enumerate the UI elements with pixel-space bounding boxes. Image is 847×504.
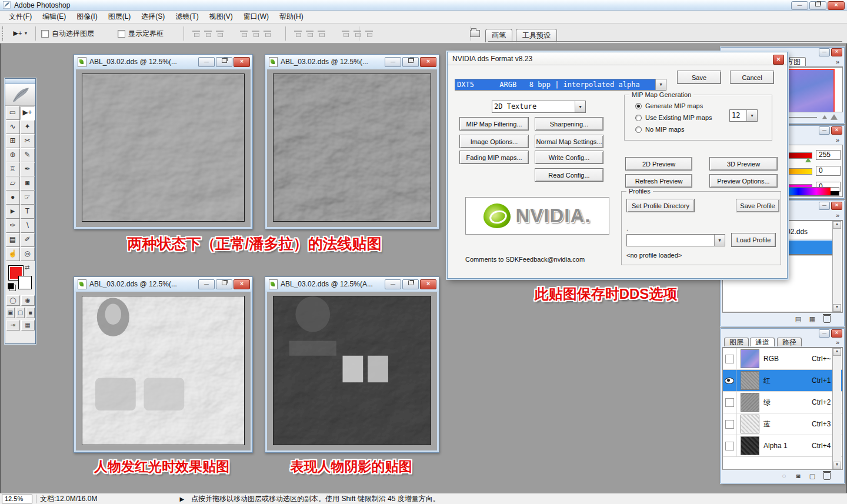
minimize-icon[interactable]: — — [819, 48, 830, 56]
close-icon[interactable]: ✕ — [831, 48, 842, 56]
save-button[interactable]: Save — [677, 71, 721, 84]
cancel-button[interactable]: Cancel — [730, 71, 774, 84]
close-icon[interactable]: ✕ — [831, 126, 842, 135]
tool-blur[interactable]: ● — [6, 191, 20, 205]
app-titlebar[interactable]: Adobe Photoshop — ✕ — [0, 0, 847, 11]
tool-type[interactable]: T — [21, 205, 35, 219]
fullscreen-menubar-icon[interactable]: ▢ — [16, 308, 25, 318]
scroll-up-icon[interactable]: ▲ — [833, 221, 841, 229]
texture-type-dropdown[interactable]: 2D Texture ▼ — [492, 101, 586, 113]
menu-item-view[interactable]: 视图(V) — [204, 11, 238, 23]
save-selection-icon[interactable]: ◙ — [791, 472, 805, 479]
minimize-icon[interactable]: — — [791, 1, 808, 10]
write-config-button[interactable]: Write Config... — [535, 151, 603, 164]
history-scrollbar[interactable]: ▲ ▼ — [832, 221, 841, 312]
distribute-left-icon[interactable] — [341, 29, 351, 38]
imageready-icon[interactable]: ▦ — [21, 320, 35, 331]
close-icon[interactable]: ✕ — [831, 329, 842, 338]
visibility-toggle[interactable] — [723, 370, 736, 391]
minimize-icon[interactable]: — — [385, 57, 401, 67]
channels-scrollbar[interactable]: ▲ ▼ — [832, 348, 841, 469]
tool-line[interactable]: ∖ — [21, 219, 35, 233]
read-config-button[interactable]: Read Config... — [535, 168, 603, 182]
tool-zoom[interactable]: ◎ — [21, 247, 35, 261]
minimize-icon[interactable]: — — [198, 279, 215, 289]
radio-no-mip[interactable]: No MIP maps — [635, 126, 684, 133]
distribute-bottom-icon[interactable] — [316, 29, 326, 38]
tool-paint-bucket[interactable]: ◙ — [21, 176, 35, 191]
channel-row-green[interactable]: 绿 Ctrl+2 — [723, 392, 842, 413]
channel-row-blue[interactable]: 蓝 Ctrl+3 — [723, 413, 842, 435]
menu-item-file[interactable]: 文件(F) — [4, 11, 37, 23]
channel-row-rgb[interactable]: RGB Ctrl+~ — [723, 348, 842, 370]
tool-crop[interactable]: ⊞ — [6, 134, 20, 148]
toolbox-grip[interactable] — [5, 79, 35, 84]
tool-magic-wand[interactable]: ✦ — [21, 120, 35, 134]
tool-move[interactable]: ▶+ — [21, 106, 35, 120]
auto-select-layer-checkbox[interactable]: 自动选择图层 — [41, 29, 94, 39]
close-icon[interactable]: ✕ — [420, 279, 436, 289]
scroll-down-icon[interactable]: ▼ — [833, 462, 841, 469]
normalmap-texture-2[interactable] — [273, 74, 431, 222]
menu-item-select[interactable]: 选择(S) — [136, 11, 170, 23]
visibility-toggle[interactable] — [723, 392, 736, 413]
preview-options-button[interactable]: Preview Options... — [709, 174, 778, 188]
quick-mask-mode-button[interactable]: ◉ — [21, 295, 35, 306]
maximize-icon[interactable] — [216, 279, 232, 289]
new-document-from-state-icon[interactable]: ▤ — [791, 315, 805, 323]
menu-item-layer[interactable]: 图层(L) — [103, 11, 136, 23]
tab-layers[interactable]: 图层 — [724, 338, 749, 346]
format-dropdown[interactable]: DXT5 ARGB 8 bpp | interpolated alpha ▼ — [455, 79, 666, 91]
tool-brush[interactable]: ✎ — [21, 148, 35, 162]
2d-preview-button[interactable]: 2D Preview — [625, 157, 692, 171]
tab-tool-presets[interactable]: 工具预设 — [516, 29, 557, 42]
background-color-swatch[interactable] — [18, 276, 32, 289]
load-selection-icon[interactable]: ◌ — [777, 472, 791, 479]
close-icon[interactable]: ✕ — [831, 202, 842, 210]
panel-chrome[interactable]: — ✕ — [721, 329, 844, 338]
panel-menu-icon[interactable]: » — [836, 136, 839, 143]
menu-item-window[interactable]: 窗口(W) — [238, 11, 274, 23]
zoom-out-icon[interactable] — [822, 115, 827, 119]
show-bounding-box-checkbox[interactable]: 显示定界框 — [118, 29, 164, 39]
tool-rectangular-marquee[interactable]: ▭ — [6, 106, 20, 120]
align-top-icon[interactable] — [191, 29, 201, 38]
tool-slice[interactable]: ✂ — [21, 134, 35, 148]
distribute-vcenter-icon[interactable] — [305, 29, 315, 38]
doc-canvas[interactable] — [267, 69, 437, 227]
new-channel-icon[interactable]: ▢ — [805, 472, 819, 480]
tool-healing-brush[interactable]: ⊕ — [6, 148, 20, 162]
tool-notes[interactable]: ▤ — [6, 233, 20, 247]
doc-canvas[interactable] — [76, 292, 251, 450]
normalmap-texture-1[interactable] — [82, 74, 245, 222]
default-colors-icon[interactable] — [8, 283, 14, 289]
options-grip[interactable] — [2, 26, 5, 41]
tool-lasso[interactable]: ∿ — [6, 120, 20, 134]
distribute-top-icon[interactable] — [293, 29, 303, 38]
fullscreen-icon[interactable]: ■ — [26, 308, 35, 318]
scroll-down-icon[interactable]: ▼ — [833, 304, 841, 312]
mip-map-filtering-button[interactable]: MIP Map Filtering... — [459, 117, 529, 131]
profile-dropdown[interactable]: ▼ — [626, 234, 725, 246]
image-options-button[interactable]: Image Options... — [459, 135, 529, 148]
green-value-input[interactable] — [816, 166, 841, 176]
tool-clone-stamp[interactable]: ♖ — [6, 162, 20, 176]
menu-item-image[interactable]: 图像(I) — [71, 11, 102, 23]
doc-canvas[interactable] — [267, 292, 437, 450]
panel-menu-icon[interactable]: » — [836, 339, 839, 346]
standard-mode-button[interactable]: ◯ — [6, 295, 20, 306]
menu-item-edit[interactable]: 编辑(E) — [37, 11, 71, 23]
redglow-texture[interactable] — [82, 296, 245, 445]
distribute-right-icon[interactable] — [364, 29, 374, 38]
fading-mip-maps-button[interactable]: Fading MIP maps... — [459, 151, 529, 164]
file-browser-button[interactable] — [468, 26, 482, 41]
align-left-icon[interactable] — [239, 29, 249, 38]
close-icon[interactable]: ✕ — [773, 55, 784, 65]
panel-menu-icon[interactable]: » — [836, 58, 839, 65]
red-value-input[interactable] — [816, 150, 841, 160]
restore-icon[interactable] — [809, 1, 826, 10]
dialog-titlebar[interactable]: NVIDIA dds Format v8.23 — [448, 52, 787, 65]
tab-brushes[interactable]: 画笔 — [485, 29, 512, 42]
mip-count-dropdown[interactable]: 12 ▼ — [729, 109, 758, 122]
swap-colors-icon[interactable]: ⇄ — [25, 264, 29, 271]
